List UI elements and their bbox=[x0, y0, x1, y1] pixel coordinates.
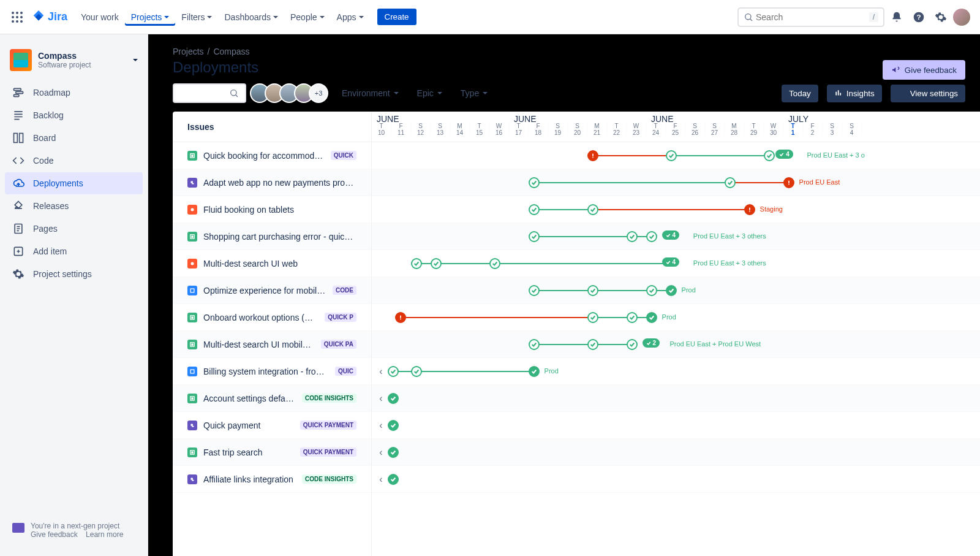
deploy-count-pill[interactable]: 4 bbox=[662, 230, 680, 240]
notifications-icon[interactable] bbox=[887, 7, 907, 27]
nav-your-work[interactable]: Your work bbox=[75, 9, 125, 26]
nav-dashboards[interactable]: Dashboards bbox=[218, 9, 284, 26]
issue-row[interactable]: Adapt web app no new payments provide bbox=[173, 169, 371, 196]
issue-row[interactable]: Affiliate links integrationCODE INSIGHTS bbox=[173, 466, 371, 493]
deploy-node-ok[interactable] bbox=[431, 258, 442, 269]
deployment-search[interactable] bbox=[173, 83, 246, 103]
nav-apps[interactable]: Apps bbox=[331, 9, 370, 26]
nav-people[interactable]: People bbox=[284, 9, 331, 26]
chevron-left-icon[interactable]: ‹ bbox=[377, 475, 385, 484]
issue-row[interactable]: Fluid booking on tablets bbox=[173, 196, 371, 223]
issue-row[interactable]: Onboard workout options (OWO)QUICK P bbox=[173, 304, 371, 331]
deploy-node-ok[interactable] bbox=[646, 285, 657, 296]
sidebar-item-releases[interactable]: Releases bbox=[5, 195, 143, 217]
issue-row[interactable]: Quick paymentQUICK PAYMENT bbox=[173, 412, 371, 439]
deploy-node-err[interactable] bbox=[395, 312, 406, 323]
type-filter[interactable]: Type bbox=[456, 85, 492, 102]
nav-filters[interactable]: Filters bbox=[175, 9, 218, 26]
deploy-count-pill[interactable]: 4 bbox=[775, 150, 793, 159]
assignee-avatars[interactable]: +3 bbox=[255, 83, 328, 103]
issue-title: Multi-dest search UI mobileweb bbox=[203, 340, 315, 349]
avatar-more[interactable]: +3 bbox=[309, 83, 328, 103]
deploy-node-ok[interactable] bbox=[627, 231, 638, 242]
sidebar-item-deployments[interactable]: Deployments bbox=[5, 172, 143, 194]
deploy-node-err[interactable] bbox=[783, 177, 794, 188]
profile-avatar[interactable] bbox=[953, 9, 970, 26]
deploy-node-ok[interactable] bbox=[587, 204, 598, 215]
sidebar-item-roadmap[interactable]: Roadmap bbox=[5, 82, 143, 104]
deploy-node-ok[interactable] bbox=[411, 258, 422, 269]
breadcrumb-compass[interactable]: Compass bbox=[213, 47, 249, 56]
issue-row[interactable]: Account settings defaultsCODE INSIGHTS bbox=[173, 385, 371, 412]
deploy-count-pill[interactable]: 4 bbox=[662, 257, 680, 267]
deploy-node-ok[interactable] bbox=[529, 231, 540, 242]
deploy-node-ok[interactable] bbox=[529, 339, 540, 350]
issue-row[interactable]: Fast trip searchQUICK PAYMENT bbox=[173, 439, 371, 466]
deploy-node-ok[interactable] bbox=[587, 312, 598, 323]
view-settings-button[interactable]: View settings bbox=[891, 85, 965, 102]
sidebar-item-pages[interactable]: Pages bbox=[5, 218, 143, 240]
timeline-column[interactable]: JUNEJUNEJUNEJULYT10F11S12S13M14T15W16T17… bbox=[372, 112, 980, 556]
nav-projects[interactable]: Projects bbox=[125, 9, 176, 26]
deploy-node-ok[interactable] bbox=[764, 150, 775, 161]
deploy-node-filled[interactable] bbox=[388, 393, 399, 404]
sidebar-item-project-settings[interactable]: Project settings bbox=[5, 263, 143, 285]
deploy-node-err[interactable] bbox=[587, 150, 598, 161]
next-gen-learn-link[interactable]: Learn more bbox=[86, 530, 123, 539]
chevron-left-icon[interactable]: ‹ bbox=[377, 394, 385, 403]
sidebar-item-add-item[interactable]: Add item bbox=[5, 240, 143, 262]
deployment-search-input[interactable] bbox=[180, 89, 229, 98]
sidebar-item-label: Project settings bbox=[33, 269, 92, 279]
deploy-node-filled[interactable] bbox=[529, 366, 540, 377]
help-icon[interactable]: ? bbox=[909, 7, 929, 27]
deploy-node-filled[interactable] bbox=[666, 285, 677, 296]
deploy-node-ok[interactable] bbox=[646, 231, 657, 242]
deploy-node-ok[interactable] bbox=[411, 366, 422, 377]
sidebar-item-board[interactable]: Board bbox=[5, 127, 143, 149]
deploy-node-filled[interactable] bbox=[388, 474, 399, 485]
apps-menu-icon[interactable] bbox=[10, 10, 24, 25]
issue-row[interactable]: Billing system integration - frontendQUI… bbox=[173, 358, 371, 385]
chevron-left-icon[interactable]: ‹ bbox=[377, 448, 385, 457]
issue-row[interactable]: Quick booking for accommodationsQUICK bbox=[173, 142, 371, 169]
deploy-node-ok[interactable] bbox=[529, 204, 540, 215]
jira-logo[interactable]: Jira bbox=[32, 10, 67, 24]
deploy-node-ok[interactable] bbox=[725, 177, 736, 188]
deploy-node-filled[interactable] bbox=[646, 312, 657, 323]
next-gen-feedback-link[interactable]: Give feedback bbox=[31, 530, 78, 539]
settings-icon[interactable] bbox=[931, 7, 951, 27]
chevron-left-icon[interactable]: ‹ bbox=[377, 421, 385, 430]
issue-row[interactable]: Optimize experience for mobile webCODE bbox=[173, 277, 371, 304]
deploy-node-ok[interactable] bbox=[489, 258, 500, 269]
project-header[interactable]: Compass Software project bbox=[5, 47, 143, 81]
deploy-node-ok[interactable] bbox=[529, 177, 540, 188]
deploy-node-ok[interactable] bbox=[529, 285, 540, 296]
deploy-node-err[interactable] bbox=[744, 204, 755, 215]
epic-filter[interactable]: Epic bbox=[412, 85, 447, 102]
breadcrumb-projects[interactable]: Projects bbox=[173, 47, 204, 56]
sidebar-item-backlog[interactable]: Backlog bbox=[5, 104, 143, 126]
issue-row[interactable]: Multi-dest search UI web bbox=[173, 250, 371, 277]
deploy-count-pill[interactable]: 2 bbox=[643, 338, 660, 348]
deploy-node-filled[interactable] bbox=[388, 447, 399, 458]
deploy-node-ok[interactable] bbox=[587, 285, 598, 296]
issue-row[interactable]: Shopping cart purchasing error - quick f… bbox=[173, 223, 371, 250]
deploy-node-filled[interactable] bbox=[388, 420, 399, 431]
create-button[interactable]: Create bbox=[377, 9, 417, 25]
search-input[interactable] bbox=[753, 10, 869, 25]
issue-title: Multi-dest search UI web bbox=[203, 259, 356, 268]
deploy-node-ok[interactable] bbox=[666, 150, 677, 161]
deploy-node-ok[interactable] bbox=[627, 339, 638, 350]
sidebar-item-code[interactable]: Code bbox=[5, 150, 143, 172]
deploy-node-ok[interactable] bbox=[627, 312, 638, 323]
deploy-node-ok[interactable] bbox=[587, 339, 598, 350]
global-search[interactable]: / bbox=[737, 7, 884, 27]
today-button[interactable]: Today bbox=[782, 85, 818, 102]
issue-row[interactable]: Multi-dest search UI mobilewebQUICK PA bbox=[173, 331, 371, 358]
deploy-link bbox=[593, 155, 671, 156]
insights-button[interactable]: Insights bbox=[827, 85, 882, 102]
deploy-node-ok[interactable] bbox=[388, 366, 399, 377]
chevron-left-icon[interactable]: ‹ bbox=[377, 367, 385, 376]
give-feedback-button[interactable]: Give feedback bbox=[883, 60, 965, 80]
environment-filter[interactable]: Environment bbox=[337, 85, 404, 102]
